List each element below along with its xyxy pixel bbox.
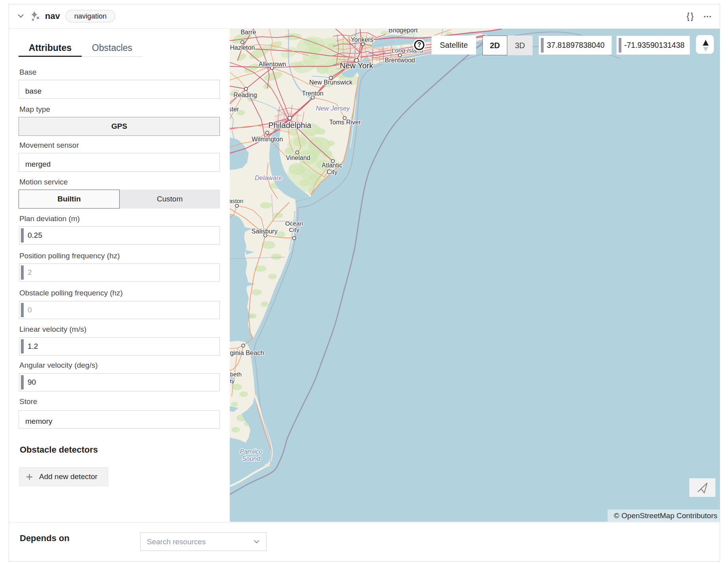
svg-text:Bridgeport: Bridgeport — [388, 29, 418, 34]
svg-text:Yonkers: Yonkers — [351, 36, 373, 43]
svg-text:Reading: Reading — [233, 92, 257, 98]
svg-text:Virginia Beach: Virginia Beach — [230, 349, 264, 356]
svg-text:Philadelphia: Philadelphia — [268, 121, 312, 130]
svg-text:Ocean: Ocean — [285, 220, 303, 227]
svg-text:City: City — [326, 169, 338, 175]
svg-text:Allentown: Allentown — [259, 61, 286, 68]
svg-text:New Jersey: New Jersey — [316, 105, 351, 112]
svg-text:Easton: Easton — [230, 197, 243, 204]
svg-text:Salisbury: Salisbury — [251, 228, 278, 235]
svg-text:Vineland: Vineland — [286, 154, 310, 161]
svg-text:Elizabeth: Elizabeth — [230, 371, 242, 378]
svg-text:City: City — [230, 378, 235, 384]
svg-text:Delaware: Delaware — [255, 174, 282, 181]
svg-text:New York: New York — [340, 61, 373, 70]
svg-text:Atlantic: Atlantic — [322, 162, 342, 169]
svg-text:Sound: Sound — [242, 455, 261, 462]
svg-text:Wilmington: Wilmington — [251, 136, 283, 143]
svg-text:Hazleton: Hazleton — [230, 44, 255, 51]
svg-text:Barre: Barre — [240, 29, 256, 36]
svg-text:Lancaster: Lancaster — [230, 106, 239, 113]
svg-text:Pamlico: Pamlico — [240, 448, 263, 455]
svg-text:Toms River: Toms River — [329, 119, 361, 126]
svg-text:City: City — [289, 226, 300, 233]
svg-text:Trenton: Trenton — [302, 90, 324, 97]
svg-text:Brentwood: Brentwood — [385, 57, 415, 64]
svg-text:New Brunswick: New Brunswick — [309, 79, 353, 86]
